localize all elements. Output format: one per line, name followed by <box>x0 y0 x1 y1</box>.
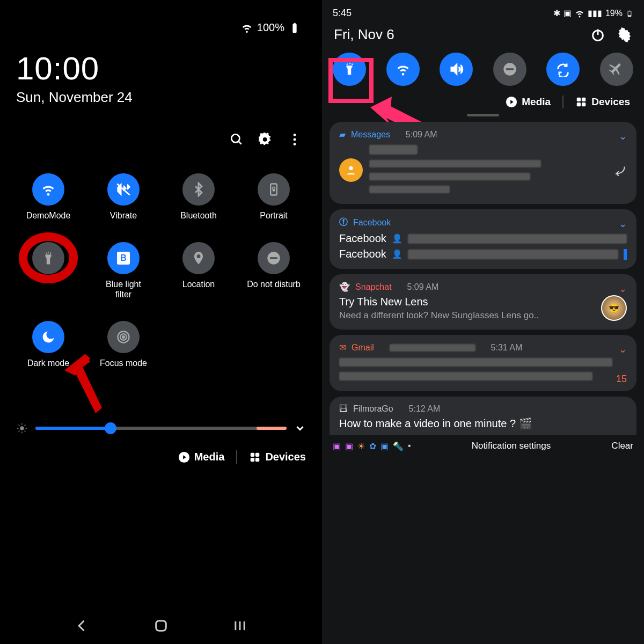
svg-point-4 <box>294 134 296 136</box>
notif-title: How to make a video in one minute ? 🎬 <box>339 417 627 430</box>
svg-rect-9 <box>273 189 275 192</box>
redacted-text <box>369 160 541 167</box>
svg-point-6 <box>294 143 296 145</box>
annotation-arrow <box>64 354 102 424</box>
chevron-down-icon[interactable]: ⌄ <box>619 218 627 230</box>
qs-dnd[interactable]: Do not disturb <box>236 242 311 299</box>
qs-label: Dark mode <box>27 358 69 368</box>
devices-icon <box>575 96 587 108</box>
battery-percent: 100% <box>257 21 284 34</box>
battery-icon <box>626 9 633 18</box>
chevron-down-icon[interactable]: ⌄ <box>619 283 627 295</box>
qs-vibrate[interactable]: Vibrate <box>86 173 161 221</box>
svg-rect-37 <box>628 15 631 16</box>
status-bar-right: 5:45 ✱ ▣ ▮▮▮ 19% <box>322 0 644 21</box>
svg-rect-32 <box>156 621 166 631</box>
search-icon[interactable] <box>230 133 244 147</box>
power-icon[interactable] <box>590 27 605 42</box>
qs-portrait[interactable]: Portrait <box>236 173 311 221</box>
wifi-icon <box>241 22 253 34</box>
qs-airplane[interactable] <box>600 53 633 86</box>
location-icon <box>191 251 206 266</box>
app-icon: ▣ <box>380 441 389 451</box>
redacted-text <box>369 186 450 193</box>
chevron-down-icon[interactable]: ⌄ <box>619 130 627 142</box>
nav-back[interactable] <box>75 618 90 633</box>
slider-thumb[interactable] <box>105 422 116 434</box>
rotate-icon <box>555 62 570 77</box>
redacted-text <box>369 173 530 180</box>
nav-recents[interactable] <box>232 618 247 633</box>
wifi-icon <box>41 182 56 197</box>
chevron-down-icon[interactable] <box>294 422 306 434</box>
gear-icon[interactable] <box>259 133 273 147</box>
notification-filmorago[interactable]: 🎞FilmoraGo 5:12 AM How to make a video i… <box>330 397 636 435</box>
media-button[interactable]: Media <box>506 96 551 108</box>
wifi-icon <box>575 9 584 18</box>
gear-icon[interactable] <box>617 27 632 42</box>
notif-body: Need a different look? New Sunglasses Le… <box>339 310 595 321</box>
qs-wifi[interactable] <box>386 53 420 86</box>
qs-label: Vibrate <box>110 211 137 221</box>
moon-icon <box>41 330 56 345</box>
redacted-text <box>408 234 627 244</box>
qs-sound[interactable] <box>440 53 473 86</box>
app-icon: ✿ <box>369 441 376 451</box>
dnd-icon <box>266 251 281 266</box>
qs-bluetooth[interactable]: Bluetooth <box>161 173 236 221</box>
qs-label: Focus mode <box>100 358 147 368</box>
highlight-box <box>328 58 374 103</box>
battery-percent: 19% <box>605 9 623 18</box>
svg-rect-43 <box>506 68 514 70</box>
date-left: Sun, November 24 <box>0 89 322 106</box>
qs-demomode[interactable]: DemoMode <box>11 173 86 221</box>
qs-location[interactable]: Location <box>161 242 236 299</box>
qs-flashlight[interactable]: Flashlight <box>11 242 86 299</box>
svg-rect-1 <box>294 23 296 24</box>
clear-button[interactable]: Clear <box>611 441 633 451</box>
brightness-slider[interactable] <box>35 427 287 430</box>
nav-home[interactable] <box>153 618 169 633</box>
notification-snapchat[interactable]: 👻Snapchat 5:09 AM ⌄ Try This New Lens Ne… <box>330 274 636 330</box>
status-time: 5:45 <box>333 8 352 19</box>
notification-footer: ▣ ▣ ☀ ✿ ▣ 🔦 • Notification settings Clea… <box>322 435 644 457</box>
devices-button[interactable]: Devices <box>249 451 306 463</box>
play-icon <box>506 96 517 108</box>
qs-rotate[interactable] <box>546 53 580 86</box>
qs-bluelight[interactable]: BBlue light filter <box>86 242 161 299</box>
instagram-icon: ▣ <box>345 441 353 451</box>
chevron-down-icon[interactable]: ⌄ <box>619 343 627 355</box>
svg-point-2 <box>231 134 239 142</box>
svg-rect-31 <box>255 457 259 461</box>
svg-rect-30 <box>251 457 254 461</box>
filmorago-icon: 🎞 <box>339 404 348 414</box>
airplane-icon <box>609 62 624 77</box>
redacted-text <box>339 358 612 367</box>
qs-dnd[interactable] <box>493 53 526 86</box>
reply-icon[interactable] <box>613 163 627 177</box>
notification-gmail[interactable]: ✉Gmail 5:31 AM ⌄ 15 <box>330 335 636 391</box>
quick-settings-grid: DemoMode Vibrate Bluetooth Portrait Flas… <box>0 152 322 374</box>
svg-point-17 <box>20 426 24 430</box>
notification-facebook[interactable]: ⓕFacebook ⌄ Facebook 👤 Facebook 👤 <box>330 209 636 269</box>
svg-rect-29 <box>255 452 259 456</box>
highlight-ring <box>19 232 78 283</box>
media-button[interactable]: Media <box>178 451 225 463</box>
vibrate-icon <box>116 182 131 197</box>
battery-icon <box>289 22 301 34</box>
notification-messages[interactable]: ▰Messages 5:09 AM ⌄ <box>330 122 636 204</box>
wifi-icon <box>396 62 411 77</box>
messages-icon: ▰ <box>339 129 346 140</box>
qs-label: Do not disturb <box>247 280 301 289</box>
unread-count: 15 <box>616 374 627 385</box>
gmail-icon: ✉ <box>339 342 346 353</box>
notif-title: Try This New Lens <box>339 296 595 308</box>
notification-settings-button[interactable]: Notification settings <box>472 441 551 451</box>
devices-button[interactable]: Devices <box>575 96 630 108</box>
lens-thumbnail: 😎 <box>601 295 627 321</box>
more-icon[interactable] <box>288 133 302 147</box>
svg-rect-0 <box>292 24 296 32</box>
svg-line-25 <box>25 425 26 426</box>
svg-rect-47 <box>577 98 581 101</box>
svg-rect-11 <box>270 258 277 260</box>
